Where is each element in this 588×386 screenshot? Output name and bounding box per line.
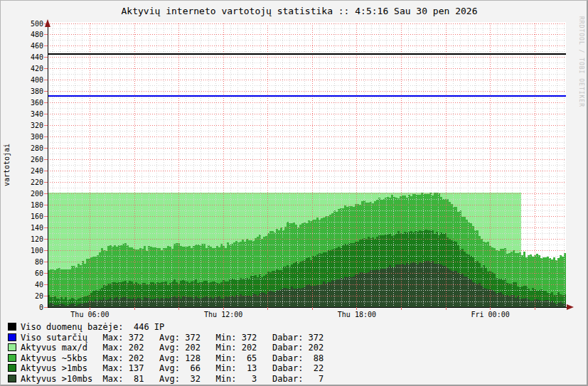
- legend-swatch: [8, 364, 16, 372]
- y-tick-label: 260: [31, 156, 43, 163]
- x-tick-label: Thu 06:00: [70, 311, 109, 318]
- y-tick-label: 320: [31, 122, 43, 129]
- y-tick-label: 120: [31, 235, 43, 243]
- legend-text: Aktyvus max/d Max: 202 Avg: 202 Min: 202…: [21, 343, 324, 353]
- legend-swatch: [8, 354, 16, 362]
- y-tick-label: 480: [31, 31, 43, 38]
- y-tick-label: 340: [31, 110, 43, 118]
- legend-row: Aktyvus >10mbs Max: 81 Avg: 32 Min: 3 Da…: [8, 374, 324, 385]
- legend-swatch: [8, 323, 16, 331]
- legend-row: Aktyvus >1mbs Max: 137 Avg: 66 Min: 13 D…: [8, 363, 324, 374]
- y-tick-label: 20: [35, 292, 43, 300]
- legend-swatch: [8, 343, 16, 351]
- legend-text: Viso duomenų bazėje: 446 IP: [21, 322, 164, 332]
- y-tick-label: 60: [35, 269, 43, 277]
- y-tick-label: 240: [31, 167, 43, 175]
- y-tick-label: 80: [35, 258, 43, 266]
- y-tick-label: 280: [31, 144, 43, 152]
- y-tick-label: 400: [31, 76, 43, 84]
- legend-row: Viso sutarčių Max: 372 Avg: 372 Min: 372…: [8, 333, 324, 343]
- legend-text: Aktyvus ~5kbs Max: 202 Avg: 128 Min: 65 …: [21, 353, 324, 363]
- legend-text: Aktyvus >1mbs Max: 137 Avg: 66 Min: 13 D…: [21, 363, 324, 373]
- legend-row: Aktyvus ~5kbs Max: 202 Avg: 128 Min: 65 …: [8, 353, 324, 364]
- y-tick-label: 420: [31, 65, 43, 73]
- y-tick-label: 360: [31, 99, 43, 107]
- y-tick-label: 440: [31, 53, 43, 61]
- y-tick-label: 160: [31, 213, 43, 220]
- y-tick-label: 100: [31, 247, 43, 254]
- y-tick-label: 300: [31, 133, 43, 141]
- x-tick-label: Thu 18:00: [338, 311, 376, 318]
- x-axis-arrow: [567, 304, 574, 310]
- y-tick-label: 500: [31, 20, 43, 28]
- legend-row: Viso duomenų bazėje: 446 IP: [8, 322, 324, 333]
- y-tick-label: 180: [31, 201, 43, 209]
- y-tick-label: 220: [31, 178, 43, 186]
- x-tick-label: Fri 00:00: [471, 311, 510, 318]
- y-tick-label: 0: [39, 304, 43, 311]
- y-tick-label: 460: [31, 42, 43, 50]
- legend-row: Aktyvus max/d Max: 202 Avg: 202 Min: 202…: [8, 343, 324, 353]
- legend-text: Aktyvus >10mbs Max: 81 Avg: 32 Min: 3 Da…: [21, 374, 324, 384]
- legend-swatch: [8, 333, 16, 341]
- y-tick-label: 140: [31, 224, 43, 232]
- y-tick-label: 380: [31, 87, 43, 95]
- x-tick-label: Thu 12:00: [204, 311, 242, 318]
- y-axis-title: vartotojai: [3, 144, 11, 186]
- y-tick-label: 40: [35, 281, 43, 289]
- rrdtool-watermark: RRDTOOL / TOBI OETIKER: [578, 16, 584, 107]
- legend-text: Viso sutarčių Max: 372 Avg: 372 Min: 372…: [21, 333, 324, 343]
- rrd-graph-image: Aktyvių interneto vartotojų statistika :…: [0, 0, 588, 386]
- legend-swatch: [8, 375, 16, 382]
- legend: Viso duomenų bazėje: 446 IPViso sutarčių…: [8, 322, 324, 385]
- y-tick-label: 200: [31, 190, 43, 198]
